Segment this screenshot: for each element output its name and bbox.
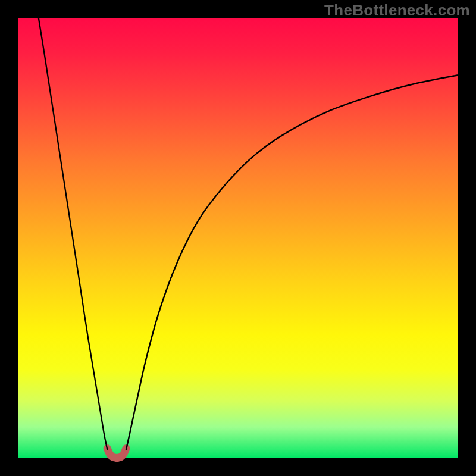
left-branch-path <box>39 18 107 449</box>
valley-marker-path <box>107 449 126 458</box>
right-branch-path <box>126 75 458 449</box>
chart-curve-layer <box>18 18 458 458</box>
watermark-text: TheBottleneck.com <box>324 1 470 20</box>
